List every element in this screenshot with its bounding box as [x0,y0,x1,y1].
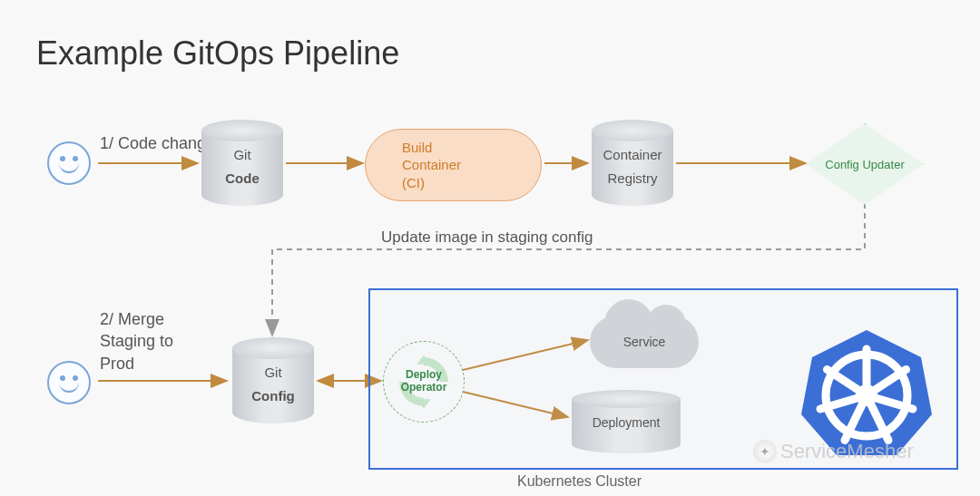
git-config-line2: Config [232,388,314,404]
step2-label: 2/ Merge Staging to Prod [100,308,173,374]
git-config-line1: Git [232,365,314,380]
registry-line2: Registry [592,170,673,186]
service-label: Service [590,316,699,368]
build-line2: Container [402,156,541,174]
deploy-operator-node: Deploy Operator [383,341,465,423]
build-line3: (CI) [402,174,541,192]
deployment-label: Deployment [572,415,681,430]
service-node: Service [590,316,699,368]
git-config-repo-icon: Git Config [232,337,314,423]
deploy-line2: Operator [401,382,447,394]
cluster-label: Kubernetes Cluster [517,473,642,490]
registry-line1: Container [592,147,673,162]
deploy-line1: Deploy [406,369,442,382]
wechat-icon: ✦ [753,440,777,463]
update-image-label: Update image in staging config [381,229,593,247]
config-updater-label: Config Updater [806,123,924,205]
git-code-repo-icon: Git Code [201,120,283,206]
git-code-line2: Code [201,170,283,186]
git-code-line1: Git [201,147,283,162]
step1-label: 1/ Code change [100,134,215,153]
watermark: ✦ ServiceMesher [753,440,914,463]
build-line1: Build [402,139,541,157]
user-icon [47,141,91,185]
page-title: Example GitOps Pipeline [36,34,399,73]
container-registry-icon: Container Registry [592,120,673,206]
config-updater-node: Config Updater [806,123,924,205]
build-container-node: Build Container (CI) [365,129,542,201]
deployment-node: Deployment [572,390,681,453]
user-icon [47,361,91,404]
